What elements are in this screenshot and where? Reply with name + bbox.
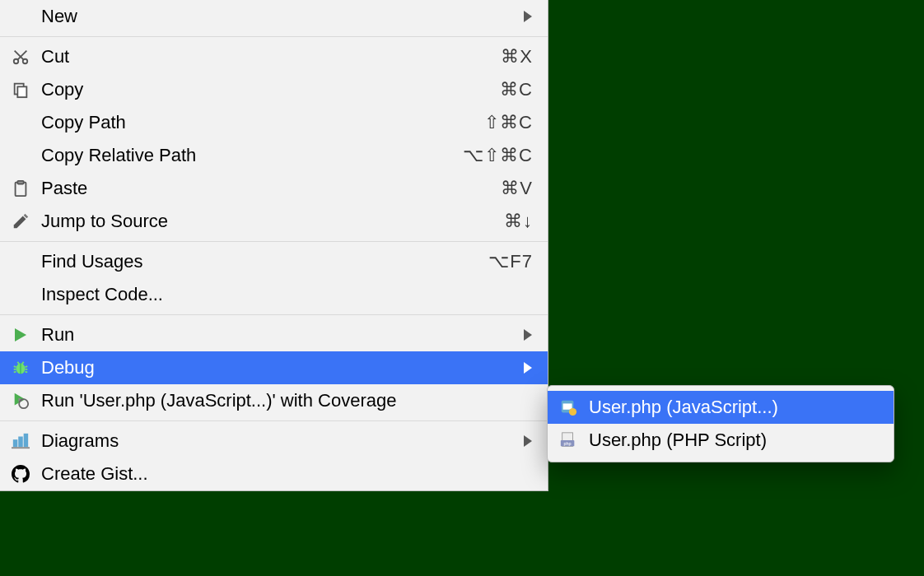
chevron-right-icon: [523, 329, 533, 341]
menu-item-copy-path[interactable]: Copy Path ⇧⌘C: [0, 106, 548, 139]
shortcut: ⌘C: [500, 79, 533, 100]
separator: [0, 314, 548, 315]
menu-label: Copy: [41, 79, 500, 100]
menu-label: Diagrams: [41, 430, 513, 452]
copy-icon: [12, 81, 41, 99]
svg-line-15: [26, 372, 28, 373]
shortcut: ⌘V: [501, 178, 533, 199]
separator: [0, 420, 548, 421]
svg-line-13: [26, 366, 28, 367]
shortcut: ⌘X: [501, 46, 533, 67]
menu-item-find-usages[interactable]: Find Usages ⌥F7: [0, 245, 548, 278]
shortcut: ⌘↓: [504, 211, 533, 232]
submenu-label: User.php (PHP Script): [589, 430, 879, 451]
svg-text:php: php: [563, 441, 571, 446]
context-menu: New Cut ⌘X Copy ⌘C Copy Path ⇧⌘C Co: [0, 0, 548, 491]
svg-rect-24: [563, 403, 572, 409]
menu-item-create-gist[interactable]: Create Gist...: [0, 458, 548, 490]
menu-item-debug[interactable]: Debug: [0, 351, 548, 384]
menu-label: Paste: [41, 178, 501, 199]
svg-rect-5: [17, 86, 26, 97]
menu-item-copy[interactable]: Copy ⌘C: [0, 73, 548, 106]
diagrams-icon: [12, 432, 41, 450]
svg-point-25: [569, 408, 576, 416]
menu-item-cut[interactable]: Cut ⌘X: [0, 40, 548, 73]
svg-point-18: [19, 399, 28, 408]
svg-line-10: [14, 366, 16, 367]
svg-line-17: [22, 362, 24, 365]
svg-rect-21: [24, 434, 28, 448]
menu-item-jump-to-source[interactable]: Jump to Source ⌘↓: [0, 205, 548, 238]
paste-icon: [12, 179, 41, 197]
run-icon: [12, 327, 41, 343]
menu-item-run-coverage[interactable]: Run 'User.php (JavaScript...)' with Cove…: [0, 384, 548, 417]
github-icon: [12, 465, 41, 483]
php-file-icon: php: [559, 431, 589, 449]
menu-label: Copy Path: [41, 112, 484, 133]
menu-label: Run: [41, 324, 513, 346]
edit-icon: [12, 212, 41, 230]
shortcut: ⌥⇧⌘C: [463, 145, 533, 166]
chevron-right-icon: [523, 435, 533, 447]
svg-rect-7: [17, 181, 23, 184]
menu-label: Copy Relative Path: [41, 145, 463, 166]
debug-submenu: User.php (JavaScript...) php User.php (P…: [547, 385, 894, 462]
svg-rect-19: [13, 439, 18, 447]
submenu-item-debug-js[interactable]: User.php (JavaScript...): [548, 391, 894, 424]
menu-item-copy-relative-path[interactable]: Copy Relative Path ⌥⇧⌘C: [0, 139, 548, 172]
svg-rect-20: [18, 437, 23, 448]
menu-label: Jump to Source: [41, 211, 504, 232]
menu-label: Inspect Code...: [41, 284, 533, 305]
js-debug-icon: [559, 398, 589, 416]
shortcut: ⌥F7: [488, 251, 533, 272]
chevron-right-icon: [523, 362, 533, 374]
shortcut: ⇧⌘C: [484, 112, 533, 133]
svg-line-16: [17, 362, 19, 365]
menu-label: New: [41, 6, 513, 27]
menu-item-paste[interactable]: Paste ⌘V: [0, 172, 548, 205]
coverage-icon: [12, 392, 41, 410]
menu-label: Cut: [41, 46, 501, 67]
separator: [0, 241, 548, 242]
menu-item-new[interactable]: New: [0, 0, 548, 33]
menu-item-inspect-code[interactable]: Inspect Code...: [0, 278, 548, 311]
debug-icon: [12, 359, 41, 377]
cut-icon: [12, 48, 41, 66]
menu-label: Debug: [41, 357, 513, 379]
menu-label: Find Usages: [41, 251, 488, 272]
svg-line-12: [14, 372, 16, 373]
submenu-item-debug-php[interactable]: php User.php (PHP Script): [548, 424, 894, 457]
menu-label: Run 'User.php (JavaScript...)' with Cove…: [41, 390, 533, 411]
separator: [0, 36, 548, 37]
submenu-label: User.php (JavaScript...): [589, 397, 879, 418]
chevron-right-icon: [523, 11, 533, 22]
menu-item-run[interactable]: Run: [0, 318, 548, 351]
menu-item-diagrams[interactable]: Diagrams: [0, 425, 548, 458]
menu-label: Create Gist...: [41, 463, 533, 485]
